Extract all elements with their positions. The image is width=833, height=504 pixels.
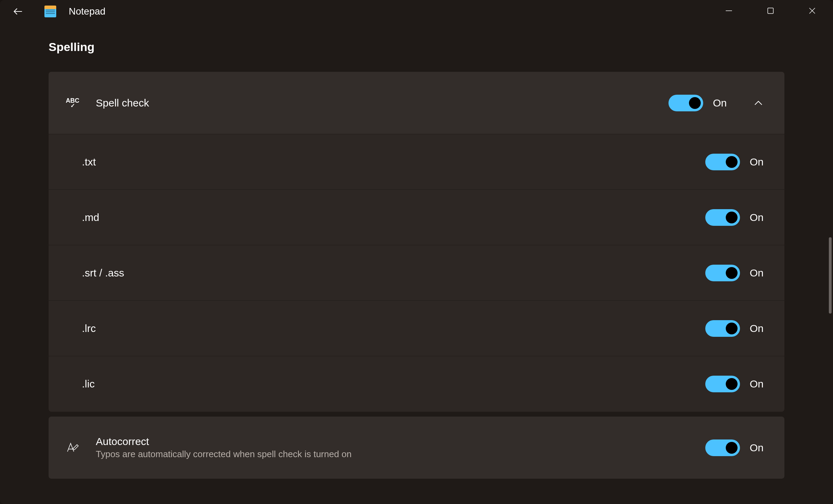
- autocorrect-state: On: [750, 442, 767, 454]
- app-title: Notepad: [69, 6, 106, 17]
- section-title: Spelling: [49, 40, 784, 54]
- notepad-app-icon: [44, 6, 56, 17]
- svg-rect-1: [768, 8, 773, 14]
- autocorrect-row: Autocorrect Typos are automatically corr…: [49, 417, 784, 479]
- spell-check-state: On: [713, 97, 730, 109]
- autocorrect-text: Autocorrect Typos are automatically corr…: [96, 436, 705, 460]
- autocorrect-description: Typos are automatically corrected when s…: [96, 449, 705, 460]
- filetype-toggle-lrc[interactable]: [705, 320, 740, 337]
- back-button[interactable]: [10, 3, 26, 20]
- close-icon: [808, 7, 816, 15]
- titlebar: Notepad: [0, 0, 833, 23]
- filetype-label: .lic: [82, 378, 705, 390]
- scrollbar[interactable]: [829, 237, 832, 314]
- spell-check-text: Spell check: [96, 97, 668, 109]
- spell-check-group: ABC✓ Spell check On .txt: [49, 72, 784, 412]
- window: Notepad Spelling: [0, 0, 833, 504]
- filetype-state: On: [750, 267, 767, 279]
- filetype-row-lic: .lic On: [49, 356, 784, 412]
- spell-check-expand[interactable]: [750, 94, 767, 112]
- filetype-state: On: [750, 378, 767, 390]
- filetype-label: .lrc: [82, 323, 705, 334]
- autocorrect-label: Autocorrect: [96, 436, 705, 447]
- filetype-state: On: [750, 156, 767, 168]
- spell-check-toggle[interactable]: [668, 95, 703, 111]
- spell-check-controls: On: [668, 94, 767, 112]
- filetype-row-md: .md On: [49, 190, 784, 245]
- filetype-toggle-txt[interactable]: [705, 154, 740, 170]
- autocorrect-icon: [64, 439, 81, 456]
- chevron-up-icon: [754, 101, 763, 105]
- minimize-button[interactable]: [708, 0, 750, 22]
- filetype-row-lrc: .lrc On: [49, 301, 784, 356]
- spell-check-row[interactable]: ABC✓ Spell check On: [49, 72, 784, 134]
- autocorrect-toggle[interactable]: [705, 439, 740, 456]
- window-controls: [708, 0, 833, 22]
- abc-check-icon: ABC✓: [64, 94, 81, 112]
- filetype-label: .srt / .ass: [82, 267, 705, 279]
- filetype-label: .txt: [82, 156, 705, 168]
- filetype-state: On: [750, 212, 767, 223]
- spell-check-label: Spell check: [96, 97, 668, 109]
- filetype-toggle-srt-ass[interactable]: [705, 265, 740, 281]
- close-button[interactable]: [791, 0, 833, 22]
- back-arrow-icon: [12, 6, 24, 17]
- filetype-row-txt: .txt On: [49, 134, 784, 190]
- maximize-button[interactable]: [750, 0, 791, 22]
- content-area: Spelling ABC✓ Spell check On: [0, 23, 833, 479]
- filetype-state: On: [750, 323, 767, 334]
- filetype-row-srt-ass: .srt / .ass On: [49, 245, 784, 301]
- minimize-icon: [725, 7, 733, 15]
- filetype-toggle-md[interactable]: [705, 209, 740, 226]
- filetype-toggle-lic[interactable]: [705, 376, 740, 392]
- filetype-label: .md: [82, 212, 705, 223]
- maximize-icon: [767, 7, 774, 14]
